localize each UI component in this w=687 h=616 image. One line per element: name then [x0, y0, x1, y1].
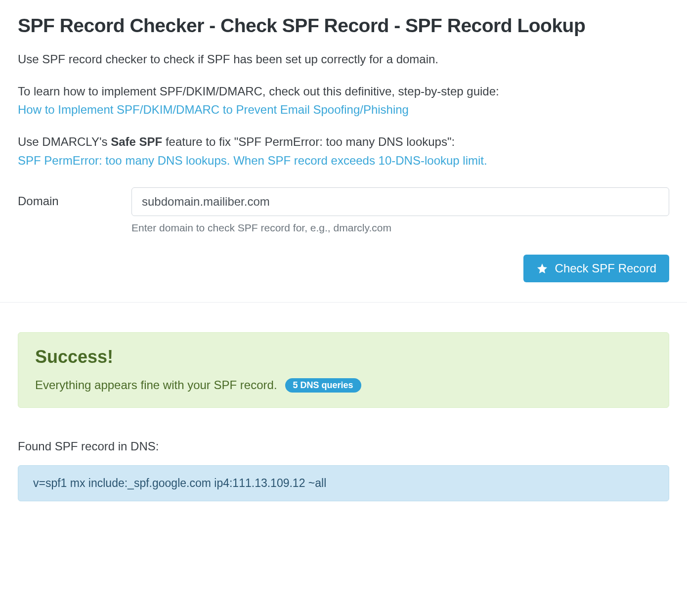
- dns-queries-badge: 5 DNS queries: [285, 378, 361, 393]
- found-spf-label: Found SPF record in DNS:: [18, 440, 669, 453]
- safespf-lead-post: feature to fix "SPF PermError: too many …: [162, 135, 455, 148]
- page-title: SPF Record Checker - Check SPF Record - …: [18, 15, 669, 37]
- safespf-strong: Safe SPF: [111, 135, 162, 148]
- guide-paragraph: To learn how to implement SPF/DKIM/DMARC…: [18, 82, 669, 119]
- check-button-label: Check SPF Record: [555, 262, 656, 275]
- intro-text: Use SPF record checker to check if SPF h…: [18, 50, 669, 68]
- spf-record-value: v=spf1 mx include:_spf.google.com ip4:11…: [18, 465, 669, 501]
- success-title: Success!: [35, 347, 652, 367]
- domain-label: Domain: [18, 187, 131, 208]
- success-message: Everything appears fine with your SPF re…: [35, 378, 277, 392]
- domain-form-row: Domain Enter domain to check SPF record …: [18, 187, 669, 234]
- guide-link[interactable]: How to Implement SPF/DKIM/DMARC to Preve…: [18, 103, 409, 116]
- safespf-lead-pre: Use DMARCLY's: [18, 135, 111, 148]
- success-panel: Success! Everything appears fine with yo…: [18, 332, 669, 408]
- divider: [0, 302, 687, 303]
- domain-input[interactable]: [131, 187, 669, 216]
- star-icon: [536, 263, 548, 274]
- domain-helper-text: Enter domain to check SPF record for, e.…: [131, 222, 669, 234]
- safespf-link[interactable]: SPF PermError: too many DNS lookups. Whe…: [18, 154, 487, 167]
- safespf-paragraph: Use DMARCLY's Safe SPF feature to fix "S…: [18, 132, 669, 169]
- check-spf-button[interactable]: Check SPF Record: [523, 255, 669, 282]
- guide-lead: To learn how to implement SPF/DKIM/DMARC…: [18, 85, 499, 98]
